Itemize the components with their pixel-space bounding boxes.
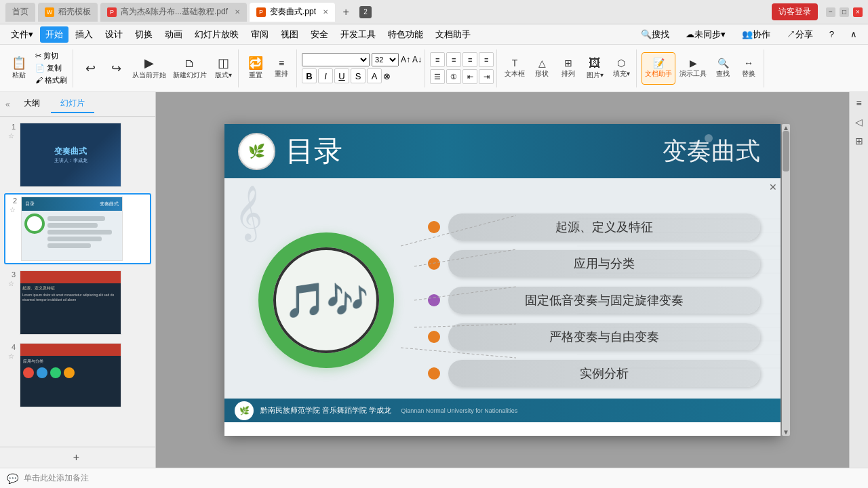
canvas-vscrollbar[interactable]: ▼ ▲ bbox=[782, 124, 790, 436]
present-button[interactable]: ▶演示工具 bbox=[677, 52, 709, 85]
play-from-current-button[interactable]: ▶ 从当前开始 bbox=[130, 52, 169, 85]
rpanel-icon-1[interactable]: ≡ bbox=[853, 95, 864, 111]
slide-preview-1[interactable]: 变奏曲式 主讲人：李成龙 bbox=[20, 123, 121, 187]
align-right-button[interactable]: ≡ bbox=[462, 52, 477, 67]
italic-button[interactable]: I bbox=[318, 68, 333, 83]
menu-collab[interactable]: 👥协作 bbox=[736, 26, 776, 43]
tab-pdf-close[interactable]: ✕ bbox=[235, 8, 240, 16]
slide-thumb-2[interactable]: 2 ☆ 目录变奏曲式 bbox=[4, 193, 151, 264]
menu-slideshow[interactable]: 幻灯片放映 bbox=[189, 26, 244, 43]
underline-button[interactable]: U bbox=[334, 68, 349, 83]
strikethrough-button[interactable]: S bbox=[351, 68, 366, 83]
inner-ring: 🎵🎶 bbox=[273, 247, 379, 353]
slide-preview-3[interactable]: 起源、定义及特征 Lorem ipsum dolor sit amet cons… bbox=[20, 270, 121, 335]
menu-transition[interactable]: 切换 bbox=[130, 26, 158, 43]
scroll-down-icon[interactable]: ▼ bbox=[782, 428, 790, 436]
menu-animation[interactable]: 动画 bbox=[159, 26, 188, 43]
menu-start[interactable]: 开始 bbox=[40, 26, 68, 43]
menu-file[interactable]: 文件▾ bbox=[5, 26, 39, 43]
textbox-button[interactable]: T文本框 bbox=[502, 52, 528, 85]
menu-insert[interactable]: 插入 bbox=[70, 26, 98, 43]
undo-button[interactable]: ↩ bbox=[78, 52, 102, 85]
rearrange-button[interactable]: ≡ 重排 bbox=[269, 52, 294, 85]
replace-button[interactable]: ↔替换 bbox=[736, 52, 761, 85]
window-close[interactable]: × bbox=[853, 7, 863, 17]
canvas-area[interactable]: 🌿 目录 变奏曲式 𝄞 bbox=[156, 92, 849, 468]
menu-sync[interactable]: ☁未同步▾ bbox=[680, 26, 731, 43]
menu-design[interactable]: 设计 bbox=[100, 26, 128, 43]
toolbar-font-group: 32 A↑ A↓ B I U S A ⊗ bbox=[299, 49, 425, 87]
tab-ppt-label: 变奏曲式.ppt bbox=[270, 6, 316, 18]
tab-pdf[interactable]: P 高为杰&陈丹布...基础教程.pdf ✕ bbox=[100, 3, 247, 22]
tab-template-label: 稻壳模板 bbox=[58, 6, 91, 18]
slide-header: 🌿 目录 变奏曲式 bbox=[224, 124, 781, 178]
scroll-up-icon[interactable]: ▲ bbox=[782, 124, 790, 131]
menu-search[interactable]: 🔍搜找 bbox=[635, 26, 675, 43]
reset-button[interactable]: 🔁 重置 bbox=[243, 52, 268, 85]
more-font-btn[interactable]: ⊗ bbox=[383, 71, 391, 81]
notes-placeholder[interactable]: 单击此处添加备注 bbox=[24, 472, 89, 484]
format-brush-button[interactable]: 🖌 格式刷 bbox=[33, 75, 70, 86]
indent-less-button[interactable]: ⇤ bbox=[462, 69, 477, 84]
tab-ppt-close[interactable]: ✕ bbox=[323, 8, 328, 16]
font-size-down-icon[interactable]: A↓ bbox=[412, 55, 422, 64]
pdf-icon: P bbox=[107, 7, 117, 17]
rpanel-icon-2[interactable]: ◁ bbox=[852, 114, 865, 130]
image-button[interactable]: 🖼图片▾ bbox=[583, 52, 607, 85]
font-family-select[interactable] bbox=[302, 53, 370, 66]
numbering-button[interactable]: ① bbox=[446, 69, 461, 84]
slide-preview-2[interactable]: 目录变奏曲式 bbox=[21, 197, 123, 261]
tab-slides[interactable]: 幻灯片 bbox=[51, 95, 94, 113]
tab-template[interactable]: W 稻壳模板 bbox=[38, 3, 98, 22]
align-center-button[interactable]: ≡ bbox=[446, 52, 461, 67]
shadow-button[interactable]: A bbox=[367, 68, 382, 83]
slide-thumb-4[interactable]: 4 ☆ 应用与分类 bbox=[4, 341, 151, 409]
shape-button[interactable]: △形状 bbox=[530, 52, 554, 85]
cut-copy-format: ✂ 剪切 📄 复制 🖌 格式刷 bbox=[33, 50, 70, 86]
rpanel-icon-3[interactable]: ⊞ bbox=[852, 133, 866, 149]
menu-view[interactable]: 视图 bbox=[275, 26, 304, 43]
slide-body-close[interactable]: ✕ bbox=[769, 182, 777, 192]
copy-button[interactable]: 📄 复制 bbox=[33, 62, 70, 74]
find-button[interactable]: 🔍查找 bbox=[711, 52, 735, 85]
arrange-button[interactable]: ⊞排列 bbox=[556, 52, 580, 85]
menu-expand[interactable]: ∧ bbox=[845, 27, 863, 41]
slide-thumb-3[interactable]: 3 ☆ 起源、定义及特征 Lorem ipsum dolor sit amet … bbox=[4, 268, 151, 337]
cut-button[interactable]: ✂ 剪切 bbox=[33, 50, 70, 62]
tab-home[interactable]: 首页 bbox=[5, 3, 35, 22]
menu-devtools[interactable]: 开发工具 bbox=[335, 26, 381, 43]
menu-docassist[interactable]: 文档助手 bbox=[430, 26, 476, 43]
slide-preview-4[interactable]: 应用与分类 bbox=[20, 343, 121, 407]
menu-special[interactable]: 特色功能 bbox=[382, 26, 429, 43]
docassist-button[interactable]: 📝 文档助手 bbox=[642, 52, 675, 85]
tab-outline[interactable]: 大纲 bbox=[14, 95, 50, 113]
login-button[interactable]: 访客登录 bbox=[772, 3, 818, 20]
align-left-button[interactable]: ≡ bbox=[430, 52, 445, 67]
list-button[interactable]: ☰ bbox=[430, 69, 445, 84]
menu-review[interactable]: 审阅 bbox=[245, 26, 274, 43]
menu-security[interactable]: 安全 bbox=[305, 26, 334, 43]
bold-button[interactable]: B bbox=[302, 68, 317, 83]
window-maximize[interactable]: □ bbox=[840, 7, 849, 17]
justify-button[interactable]: ≡ bbox=[479, 52, 494, 67]
menu-help[interactable]: ? bbox=[824, 27, 840, 41]
redo-button[interactable]: ↪ bbox=[104, 52, 128, 85]
slide-thumb-1[interactable]: 1 ☆ 变奏曲式 主讲人：李成龙 bbox=[4, 121, 151, 189]
star-1: ☆ bbox=[8, 132, 14, 140]
new-tab-button[interactable]: + bbox=[338, 4, 354, 20]
menu-share[interactable]: ↗分享 bbox=[781, 26, 818, 43]
panel-collapse-btn[interactable]: « bbox=[5, 100, 10, 109]
add-slide-button[interactable]: + bbox=[73, 451, 82, 464]
paste-button[interactable]: 📋 粘贴 bbox=[7, 52, 31, 85]
footer-sub: Qiannan Normal University for Nationalit… bbox=[401, 407, 517, 414]
tab-ppt[interactable]: P 变奏曲式.ppt ✕ bbox=[250, 3, 335, 22]
fill-button[interactable]: ⬡填充▾ bbox=[609, 52, 633, 85]
indent-more-button[interactable]: ⇥ bbox=[479, 69, 494, 84]
layout-button[interactable]: ◫ 版式▾ bbox=[211, 52, 235, 85]
new-slide-button[interactable]: 🗅 新建幻灯片 bbox=[170, 52, 210, 85]
toolbar-docassist-group: 📝 文档助手 ▶演示工具 🔍查找 ↔替换 bbox=[639, 49, 764, 87]
window-minimize[interactable]: − bbox=[826, 7, 835, 17]
canvas-vscrollbar-thumb[interactable] bbox=[783, 131, 789, 171]
font-size-select[interactable]: 32 bbox=[372, 53, 399, 66]
font-size-up-icon[interactable]: A↑ bbox=[401, 55, 410, 64]
